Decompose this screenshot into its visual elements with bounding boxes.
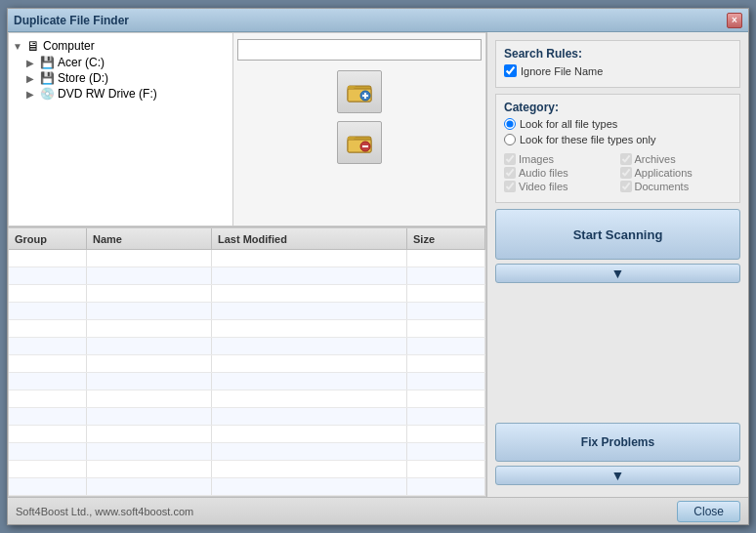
search-rules-section: Search Rules: Ignore File Name (495, 40, 740, 88)
table-row (9, 408, 485, 426)
table-row (9, 355, 485, 373)
start-scanning-button[interactable]: Start Scanning (495, 209, 740, 260)
fix-problems-button[interactable]: Fix Problems (495, 423, 740, 462)
table-row (9, 373, 485, 390)
results-rows (9, 250, 485, 496)
search-rules-title: Search Rules: (504, 47, 732, 61)
tree-item-dvd[interactable]: ▶ 💿 DVD RW Drive (F:) (26, 86, 229, 102)
checkbox-documents[interactable] (620, 181, 632, 192)
table-row (9, 267, 485, 285)
ignore-filename-row: Ignore File Name (504, 64, 732, 77)
drive-icon-store: 💾 (40, 71, 55, 85)
table-row (9, 320, 485, 338)
file-type-applications: Applications (620, 167, 733, 179)
radio-specific-label: Look for these file types only (520, 134, 655, 145)
add-folder-button[interactable] (337, 70, 382, 113)
tree-item-acer[interactable]: ▶ 💾 Acer (C:) (26, 55, 229, 70)
file-type-video: Video files (504, 181, 616, 192)
title-bar: Duplicate File Finder × (8, 9, 748, 32)
file-type-images: Images (504, 153, 616, 165)
computer-icon: 🖥 (26, 38, 40, 54)
main-window: Duplicate File Finder × ▼ 🖥 Computer ▶ 💾 (7, 8, 749, 525)
radio-all-label: Look for all file types (520, 118, 617, 130)
scan-submenu-icon: ▼ (611, 266, 625, 281)
checkbox-applications[interactable] (620, 167, 632, 179)
col-header-name: Name (87, 228, 212, 249)
path-bar (237, 39, 482, 61)
file-type-audio: Audio files (504, 167, 616, 179)
status-text: Soft4Boost Ltd., www.soft4boost.com (16, 506, 193, 517)
main-content: ▼ 🖥 Computer ▶ 💾 Acer (C:) ▶ 💾 (8, 32, 748, 497)
radio-specific-types: Look for these file types only (504, 134, 732, 145)
ignore-filename-label: Ignore File Name (521, 65, 603, 77)
tree-children: ▶ 💾 Acer (C:) ▶ 💾 Store (D:) ▶ 💿 (13, 55, 229, 102)
window-close-button[interactable]: × (727, 13, 742, 28)
tree-panel: ▼ 🖥 Computer ▶ 💾 Acer (C:) ▶ 💾 (8, 32, 232, 226)
col-header-group: Group (9, 228, 87, 249)
category-title: Category: (504, 101, 732, 114)
expand-icon: ▼ (13, 41, 26, 52)
drive-icon-acer: 💾 (40, 56, 55, 69)
tree-item-store[interactable]: ▶ 💾 Store (D:) (26, 70, 229, 86)
label-video: Video files (519, 181, 568, 192)
top-area: ▼ 🖥 Computer ▶ 💾 Acer (C:) ▶ 💾 (8, 32, 486, 227)
path-input[interactable] (237, 39, 482, 61)
radio-specific-types-input[interactable] (504, 134, 516, 145)
drive-icon-dvd: 💿 (40, 87, 55, 101)
expand-icon-acer: ▶ (26, 58, 40, 68)
label-audio: Audio files (519, 167, 568, 179)
label-documents: Documents (635, 181, 690, 192)
checkbox-video[interactable] (504, 181, 516, 192)
expand-icon-dvd: ▶ (26, 89, 40, 100)
tree-label-store: Store (D:) (58, 71, 108, 85)
radio-all-types-input[interactable] (504, 118, 516, 130)
tree-label-dvd: DVD RW Drive (F:) (58, 87, 157, 101)
close-button[interactable]: Close (677, 501, 740, 522)
left-panel: ▼ 🖥 Computer ▶ 💾 Acer (C:) ▶ 💾 (8, 32, 486, 497)
table-row (9, 426, 485, 443)
table-row (9, 443, 485, 461)
checkbox-audio[interactable] (504, 167, 516, 179)
scan-button-area: Start Scanning ▼ (495, 209, 740, 283)
tree-root-label: Computer (43, 39, 95, 53)
fix-button-area: Fix Problems ▼ (495, 423, 740, 485)
right-panel: Search Rules: Ignore File Name Category:… (486, 32, 748, 497)
checkbox-images[interactable] (504, 153, 516, 165)
table-row (9, 303, 485, 320)
fix-submenu-icon: ▼ (611, 468, 625, 483)
table-row (9, 390, 485, 408)
tree-label-acer: Acer (C:) (58, 56, 105, 69)
fix-submenu-button[interactable]: ▼ (495, 466, 740, 485)
table-row (9, 285, 485, 303)
table-row (9, 338, 485, 355)
expand-icon-store: ▶ (26, 73, 40, 84)
scan-submenu-button[interactable]: ▼ (495, 264, 740, 283)
file-types-grid: Images Archives Audio files Applications (504, 149, 732, 196)
table-row (9, 461, 485, 478)
col-header-modified: Last Modified (212, 228, 407, 249)
table-row (9, 478, 485, 496)
bottom-bar: Soft4Boost Ltd., www.soft4boost.com Clos… (8, 497, 748, 524)
results-table: Group Name Last Modified Size (8, 227, 486, 497)
file-type-documents: Documents (620, 181, 733, 192)
label-archives: Archives (635, 153, 676, 165)
spacer (495, 289, 740, 417)
label-images: Images (519, 153, 554, 165)
ignore-filename-checkbox[interactable] (504, 64, 517, 77)
checkbox-archives[interactable] (620, 153, 632, 165)
results-header: Group Name Last Modified Size (9, 228, 485, 250)
table-row (9, 250, 485, 267)
folder-list-panel (232, 32, 486, 226)
file-type-archives: Archives (620, 153, 733, 165)
category-section: Category: Look for all file types Look f… (495, 94, 740, 203)
tree-root[interactable]: ▼ 🖥 Computer (13, 37, 229, 55)
col-header-size: Size (407, 228, 485, 249)
radio-all-types: Look for all file types (504, 118, 732, 130)
window-title: Duplicate File Finder (14, 14, 129, 27)
remove-folder-button[interactable] (337, 121, 382, 164)
label-applications: Applications (635, 167, 693, 179)
